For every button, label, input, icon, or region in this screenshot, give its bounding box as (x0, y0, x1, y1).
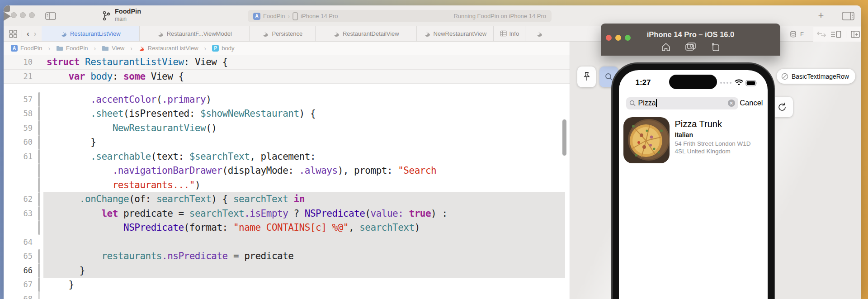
library-plus-button[interactable]: + (816, 11, 826, 20)
rotate-device-icon[interactable] (711, 43, 721, 52)
git-branch-icon (102, 11, 110, 21)
swift-icon (61, 30, 67, 37)
breadcrumb-View[interactable]: View (102, 45, 124, 52)
pushpin-icon (582, 71, 591, 82)
chevron-right-icon: › (94, 45, 96, 52)
code-line-66[interactable]: 66 } (4, 263, 570, 278)
stop-button[interactable] (4, 5, 10, 12)
tab-RestaurantDetailView[interactable]: RestaurantDetailView (315, 26, 416, 41)
code-line-58[interactable]: 58 .sheet(isPresented: $showNewRestauran… (4, 107, 570, 121)
search-field[interactable]: Pizza ✕ (626, 97, 738, 109)
selected-view-badge[interactable]: BasicTextImageRow (777, 69, 855, 84)
code-line-67[interactable]: 67 } (4, 278, 570, 292)
breadcrumb-FoodPin[interactable]: FoodPin (56, 45, 88, 52)
change-bar (38, 135, 40, 150)
change-bar (38, 70, 40, 84)
cancel-button[interactable]: Cancel (740, 99, 763, 107)
restaurant-list-item[interactable]: Pizza Trunk Italian 54 Frith Street Lond… (623, 117, 765, 163)
tab-RestaurantListView[interactable]: RestaurantListView (42, 26, 139, 41)
breadcrumb-body[interactable]: Pbody (212, 45, 234, 52)
editor-options-icon[interactable] (830, 31, 841, 38)
breadcrumb-RestaurantListView[interactable]: RestaurantListView (138, 45, 198, 52)
tab-Persistence[interactable]: Persistence (249, 26, 315, 41)
wifi-icon (735, 79, 743, 85)
line-number: 68 (4, 294, 33, 299)
code-line-59[interactable]: 59 NewRestaurantView() (4, 121, 570, 135)
tab-Info[interactable]: Info (493, 26, 525, 41)
chevron-right-icon: › (288, 13, 290, 20)
git-branch-name: main (115, 16, 141, 22)
tab-overview-icon[interactable] (9, 30, 17, 38)
code-line-61[interactable]: 61 .searchable(text: $searchText, placem… (4, 149, 570, 164)
code-line-wrap[interactable]: restaurants...") (4, 178, 570, 192)
folder-icon (102, 45, 109, 51)
line-number: 21 (4, 72, 33, 81)
search-icon (629, 100, 636, 106)
change-bar (38, 149, 40, 164)
go-forward-button[interactable]: › (34, 29, 37, 38)
scheme-selector[interactable]: A FoodPin › iPhone 14 Pro Running FoodPi… (248, 10, 552, 22)
database-icon (790, 31, 797, 38)
inspector-sidebar-toggle-icon[interactable] (842, 12, 854, 20)
editor-scrollbar[interactable] (562, 119, 566, 156)
swift-file-icon (138, 45, 145, 52)
chevron-right-icon: › (130, 45, 132, 52)
close-window-button[interactable] (11, 12, 17, 18)
code-line-57[interactable]: 57 .accentColor(.primary) (4, 92, 570, 107)
code-line-10[interactable]: 10struct RestaurantListView: View { (4, 55, 570, 70)
change-bar (38, 178, 40, 192)
code-line-wrap[interactable]: NSPredicate(format: "name CONTAINS[c] %@… (4, 221, 570, 235)
device-screen: 1:27 (619, 70, 768, 299)
jump-bar[interactable]: AFoodPin›FoodPin›View›RestaurantListView… (4, 42, 570, 55)
code-text: } (47, 265, 85, 276)
code-text: .onChange(of: searchText) { searchText i… (47, 194, 305, 204)
change-bar (38, 164, 40, 178)
chevron-right-icon: › (48, 45, 50, 52)
breadcrumb-FoodPin[interactable]: AFoodPin (11, 45, 42, 52)
tab-fragment-datamodel[interactable]: F (786, 27, 804, 42)
code-line-wrap[interactable]: .navigationBarDrawer(displayMode: .alway… (4, 164, 570, 178)
code-line-63[interactable]: 63 let predicate = searchText.isEmpty ? … (4, 206, 570, 221)
home-button-icon[interactable] (661, 43, 671, 52)
zoom-window-button[interactable] (29, 12, 35, 18)
folder-icon (56, 45, 63, 51)
device-icon (292, 12, 298, 20)
change-bar (38, 278, 40, 292)
code-text: } (47, 279, 74, 290)
code-line-21[interactable]: 21 var body: some View { (4, 70, 570, 84)
minimize-window-button[interactable] (20, 12, 26, 18)
code-line-64[interactable]: 64 (4, 235, 570, 249)
code-text: .accentColor(.primary) (47, 94, 211, 105)
screenshot-camera-icon[interactable] (685, 43, 696, 52)
code-review-icon[interactable] (817, 31, 826, 38)
property-icon: P (212, 45, 219, 52)
code-text: var body: some View { (47, 71, 184, 82)
tab-RestaurantF...ViewModel[interactable]: RestaurantF...ViewModel (139, 26, 249, 41)
pin-preview-button[interactable] (577, 66, 596, 87)
code-text: } (47, 137, 96, 147)
window-controls (11, 12, 35, 18)
line-number: 64 (4, 237, 33, 247)
clear-search-button[interactable]: ✕ (728, 100, 735, 107)
restaurant-address-line2: 4SL United Kingdom (675, 147, 751, 155)
code-line-68[interactable]: 68 (4, 292, 570, 299)
run-destination[interactable]: iPhone 14 Pro (301, 13, 338, 19)
slash-circle-icon (781, 73, 788, 80)
navigator-sidebar-toggle-icon[interactable] (45, 12, 56, 20)
tab-NewRestaurantView[interactable]: NewRestaurantView (416, 26, 493, 41)
run-button[interactable] (4, 12, 11, 21)
scheme-name[interactable]: FoodPin (263, 13, 285, 19)
project-title: FoodPin (115, 8, 141, 15)
code-line-62[interactable]: 62 .onChange(of: searchText) { searchTex… (4, 192, 570, 207)
line-number: 66 (4, 266, 33, 275)
source-editor[interactable]: 57 .accentColor(.primary)58 .sheet(isPre… (4, 55, 570, 299)
simulator-titlebar[interactable]: iPhone 14 Pro – iOS 16.0 (601, 24, 780, 56)
go-back-button[interactable]: ‹ (27, 29, 29, 38)
code-line-60[interactable]: 60 } (4, 135, 570, 150)
add-editor-icon[interactable] (851, 31, 860, 38)
change-bar (38, 55, 40, 69)
tab-fragment-label: F (800, 31, 804, 38)
code-text: struct RestaurantListView: View { (47, 57, 228, 67)
code-line-65[interactable]: 65 restaurants.nsPredicate = predicate (4, 249, 570, 264)
refresh-icon (777, 102, 787, 113)
